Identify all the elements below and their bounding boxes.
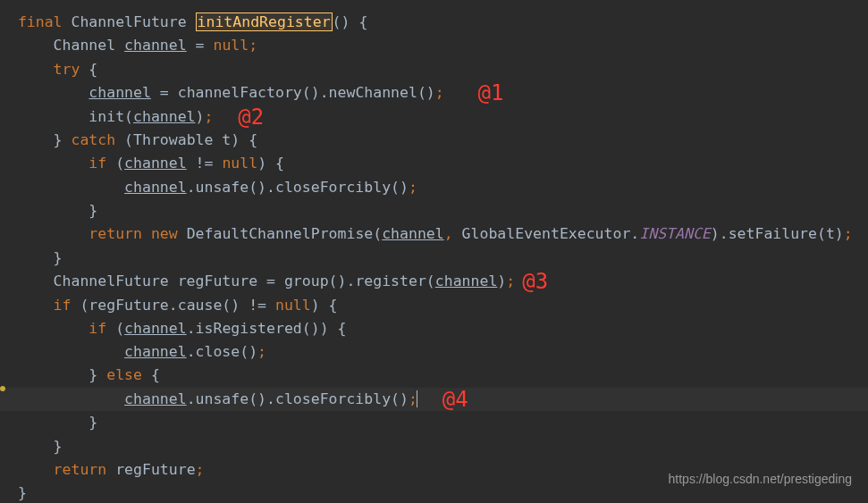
- keyword-if: if: [54, 297, 72, 314]
- brace: }: [88, 366, 97, 383]
- brace: {: [151, 366, 160, 383]
- var-channel: channel: [124, 343, 187, 360]
- type: DefaultChannelPromise(: [187, 225, 383, 242]
- keyword-final: final: [18, 13, 63, 30]
- semi: ;: [205, 108, 214, 125]
- semi: ;: [257, 343, 266, 360]
- code-line: if (channel != null) {: [0, 152, 868, 175]
- var-channel: channel: [124, 37, 187, 54]
- var-channel: channel: [133, 108, 196, 125]
- code-line: if (regFuture.cause() != null) {: [0, 294, 868, 317]
- var-channel: channel: [435, 272, 498, 289]
- call: .unsafe().closeForcibly(): [187, 390, 409, 407]
- code-line: }: [0, 435, 868, 458]
- op: =: [257, 272, 284, 289]
- paren: ): [497, 272, 506, 289]
- paren: ): [196, 108, 205, 125]
- code-line-current: channel.unsafe().closeForcibly(); @4: [0, 388, 868, 412]
- brace: }: [54, 438, 63, 455]
- semi: ;: [409, 179, 417, 196]
- type: GlobalEventExecutor.: [462, 225, 640, 242]
- constant: INSTANCE: [639, 225, 710, 242]
- call: init(: [88, 108, 133, 125]
- code-line: return new DefaultChannelPromise(channel…: [0, 222, 868, 246]
- op: =: [151, 84, 178, 101]
- code-line: } catch (Throwable t) {: [0, 129, 868, 152]
- gutter-marker-icon: [0, 386, 5, 391]
- code-line: channel.unsafe().closeForcibly();: [0, 176, 868, 199]
- code-line: final ChannelFuture initAndRegister() {: [0, 11, 868, 34]
- code-line: try {: [0, 58, 868, 81]
- semi: ;: [249, 37, 257, 54]
- call: channelFactory().newChannel(): [178, 84, 435, 101]
- keyword-new: new: [151, 225, 178, 242]
- var: regFuture: [178, 272, 257, 289]
- parens: (): [333, 13, 350, 30]
- annotation-3: @3: [522, 270, 548, 293]
- type: ChannelFuture: [54, 272, 169, 289]
- keyword-catch: catch: [71, 131, 115, 148]
- code-line: init(channel); @2: [0, 105, 868, 130]
- call: .close(): [187, 343, 257, 360]
- var-channel: channel: [124, 390, 187, 407]
- var-channel: channel: [124, 155, 187, 172]
- brace: {: [88, 61, 97, 78]
- type: ChannelFuture: [71, 13, 186, 30]
- brace: }: [54, 249, 63, 266]
- keyword-null: null: [222, 155, 257, 172]
- keyword-try: try: [54, 61, 80, 78]
- semi: ;: [435, 84, 444, 101]
- brace: }: [54, 131, 63, 148]
- code-line: }: [0, 247, 868, 270]
- code-editor[interactable]: final ChannelFuture initAndRegister() { …: [0, 11, 868, 503]
- code-line: }: [0, 411, 868, 434]
- var-channel: channel: [124, 320, 187, 337]
- keyword-else: else: [106, 366, 142, 383]
- cond: (regFuture.cause() !=: [80, 297, 275, 314]
- brace: }: [88, 414, 97, 431]
- annotation-1: @1: [478, 81, 504, 105]
- comma: ,: [444, 225, 462, 242]
- call: .isRegistered()) {: [187, 320, 347, 337]
- var-channel: channel: [124, 179, 187, 196]
- keyword-return: return: [88, 225, 142, 242]
- type: Channel: [54, 37, 116, 54]
- annotation-4: @4: [442, 388, 468, 411]
- caret-icon: [417, 390, 417, 407]
- call: ).setFailure(t): [711, 225, 844, 242]
- code-line: channel.close();: [0, 340, 868, 364]
- brace: {: [329, 297, 338, 314]
- keyword-null: null: [213, 37, 249, 54]
- var-channel: channel: [382, 225, 444, 242]
- keyword-if: if: [88, 155, 106, 172]
- keyword-return: return: [54, 461, 107, 478]
- method-name-highlight: initAndRegister: [196, 13, 333, 31]
- semi: ;: [196, 461, 205, 478]
- semi: ;: [844, 225, 853, 242]
- brace: {: [275, 155, 284, 172]
- var-channel: channel: [88, 84, 151, 101]
- semi: ;: [506, 272, 515, 289]
- code-line: }: [0, 199, 868, 222]
- op: !=: [187, 155, 223, 172]
- brace: }: [88, 202, 97, 219]
- watermark-text: https://blog.csdn.net/prestigeding: [669, 467, 852, 490]
- code-line: ChannelFuture regFuture = group().regist…: [0, 270, 868, 294]
- code-line: Channel channel = null;: [0, 34, 868, 57]
- var: regFuture: [115, 461, 195, 478]
- code-line: if (channel.isRegistered()) {: [0, 317, 868, 340]
- keyword-if: if: [88, 320, 106, 337]
- code-line: channel = channelFactory().newChannel();…: [0, 81, 868, 105]
- keyword-null: null: [275, 297, 311, 314]
- call: group().register(: [284, 272, 435, 289]
- annotation-2: @2: [238, 105, 264, 129]
- call: .unsafe().closeForcibly(): [187, 179, 409, 196]
- code-line: } else {: [0, 364, 868, 387]
- brace: }: [18, 484, 27, 501]
- op: =: [187, 37, 214, 54]
- catch-sig: (Throwable t) {: [124, 131, 257, 148]
- brace: {: [358, 13, 367, 30]
